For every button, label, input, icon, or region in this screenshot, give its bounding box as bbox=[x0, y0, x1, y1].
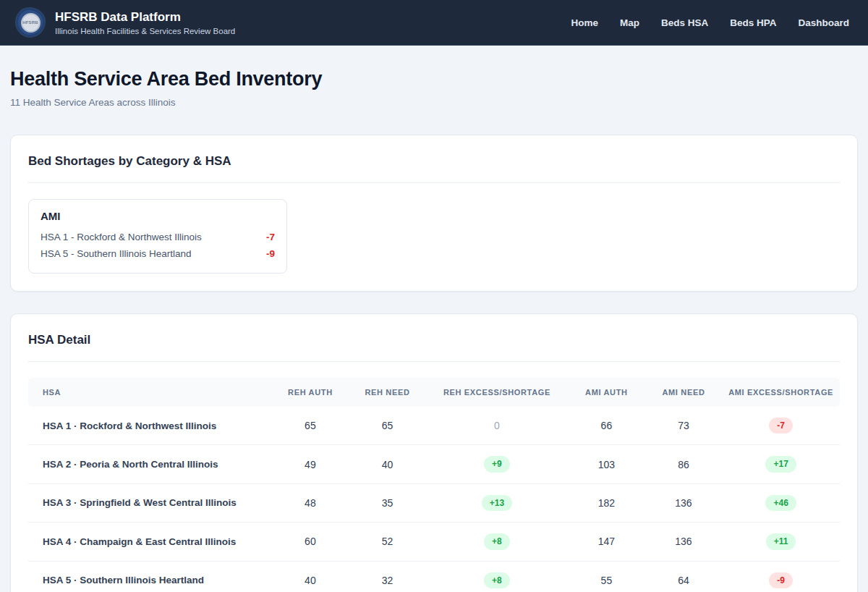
excess-badge: +46 bbox=[765, 495, 796, 511]
reh-auth-value: 60 bbox=[272, 523, 349, 561]
excess-shortage-cell: +8 bbox=[426, 523, 568, 561]
reh-auth-value: 49 bbox=[272, 445, 349, 483]
nav-link-beds-hpa[interactable]: Beds HPA bbox=[730, 17, 776, 28]
column-header: HSA bbox=[28, 378, 272, 407]
excess-badge: +9 bbox=[484, 456, 510, 472]
table-header: HSAREH AUTHREH NEEDREH EXCESS/SHORTAGEAM… bbox=[28, 378, 840, 407]
page-subtitle: 11 Health Service Areas across Illinois bbox=[10, 97, 858, 108]
nav-link-beds-hsa[interactable]: Beds HSA bbox=[661, 17, 708, 28]
shortage-item: HSA 1 - Rockford & Northwest Illinois-7 bbox=[41, 229, 275, 245]
excess-badge: +11 bbox=[766, 533, 796, 549]
neutral-value: 0 bbox=[494, 420, 500, 431]
nav-link-home[interactable]: Home bbox=[571, 17, 598, 28]
excess-shortage-cell: +13 bbox=[426, 483, 568, 522]
shortage-badge: -9 bbox=[769, 572, 793, 588]
ami-auth-value: 182 bbox=[568, 483, 645, 522]
column-header: REH NEED bbox=[349, 378, 426, 407]
ami-auth-value: 103 bbox=[568, 445, 645, 483]
hsa-name: HSA 3 · Springfield & West Central Illin… bbox=[28, 483, 272, 522]
excess-badge: +17 bbox=[765, 456, 796, 472]
table-row: HSA 4 · Champaign & East Central Illinoi… bbox=[28, 523, 840, 561]
main-nav: HomeMapBeds HSABeds HPADashboard bbox=[571, 17, 849, 28]
ami-need-value: 64 bbox=[645, 561, 723, 592]
column-header: REH AUTH bbox=[272, 378, 349, 407]
hsa-detail-card: HSA Detail HSAREH AUTHREH NEEDREH EXCESS… bbox=[10, 313, 858, 592]
app-title: HFSRB Data Platform bbox=[55, 9, 235, 25]
shortage-item-label: HSA 5 - Southern Illinois Heartland bbox=[41, 245, 192, 262]
excess-shortage-cell: +9 bbox=[426, 445, 568, 483]
column-header: AMI NEED bbox=[645, 378, 723, 407]
hsa-detail-table: HSAREH AUTHREH NEEDREH EXCESS/SHORTAGEAM… bbox=[28, 378, 840, 592]
hsa-name: HSA 5 · Southern Illinois Heartland bbox=[28, 561, 272, 592]
table-row: HSA 3 · Springfield & West Central Illin… bbox=[28, 483, 840, 522]
nav-link-dashboard[interactable]: Dashboard bbox=[798, 17, 849, 28]
hsa-detail-card-title: HSA Detail bbox=[28, 333, 840, 347]
bed-shortages-card-title: Bed Shortages by Category & HSA bbox=[28, 154, 840, 169]
divider bbox=[28, 361, 840, 362]
excess-shortage-cell: 0 bbox=[426, 407, 568, 445]
excess-badge: +13 bbox=[482, 495, 512, 511]
excess-shortage-cell: +46 bbox=[722, 483, 840, 522]
reh-auth-value: 40 bbox=[272, 561, 349, 592]
shortage-item-value: -9 bbox=[266, 245, 275, 262]
reh-auth-value: 65 bbox=[272, 407, 349, 445]
hfsrb-logo-seal: HFSRB bbox=[21, 13, 41, 33]
ami-need-value: 136 bbox=[645, 523, 723, 561]
excess-badge: +8 bbox=[484, 572, 510, 588]
page-content: Health Service Area Bed Inventory 11 Hea… bbox=[0, 68, 868, 592]
app-header: HFSRB HFSRB Data Platform Illinois Healt… bbox=[0, 0, 868, 46]
hfsrb-logo-icon: HFSRB bbox=[16, 8, 45, 37]
page-title: Health Service Area Bed Inventory bbox=[10, 68, 858, 90]
brand: HFSRB HFSRB Data Platform Illinois Healt… bbox=[16, 8, 235, 37]
reh-need-value: 65 bbox=[349, 407, 426, 445]
category-name: AMI bbox=[41, 210, 275, 222]
table-row: HSA 1 · Rockford & Northwest Illinois656… bbox=[28, 407, 840, 445]
ami-auth-value: 55 bbox=[568, 561, 645, 592]
excess-shortage-cell: -7 bbox=[722, 407, 840, 445]
bed-shortages-card: Bed Shortages by Category & HSA AMIHSA 1… bbox=[10, 135, 858, 292]
shortage-category-card-ami: AMIHSA 1 - Rockford & Northwest Illinois… bbox=[28, 199, 287, 274]
reh-need-value: 32 bbox=[349, 561, 426, 592]
excess-badge: +8 bbox=[484, 533, 510, 549]
reh-auth-value: 48 bbox=[272, 483, 349, 522]
shortage-item-label: HSA 1 - Rockford & Northwest Illinois bbox=[41, 229, 202, 245]
shortage-item: HSA 5 - Southern Illinois Heartland-9 bbox=[41, 245, 275, 262]
app-subtitle: Illinois Health Facilities & Services Re… bbox=[55, 27, 235, 35]
excess-shortage-cell: +17 bbox=[722, 445, 840, 483]
column-header: AMI EXCESS/SHORTAGE bbox=[722, 378, 840, 407]
hsa-name: HSA 1 · Rockford & Northwest Illinois bbox=[28, 407, 272, 445]
hsa-name: HSA 2 · Peoria & North Central Illinois bbox=[28, 445, 272, 483]
divider bbox=[28, 182, 840, 183]
hsa-name: HSA 4 · Champaign & East Central Illinoi… bbox=[28, 523, 272, 561]
reh-need-value: 52 bbox=[349, 523, 426, 561]
excess-shortage-cell: +8 bbox=[426, 561, 568, 592]
table-row: HSA 2 · Peoria & North Central Illinois4… bbox=[28, 445, 840, 483]
column-header: REH EXCESS/SHORTAGE bbox=[426, 378, 568, 407]
column-header: AMI AUTH bbox=[568, 378, 645, 407]
ami-auth-value: 147 bbox=[568, 523, 645, 561]
shortage-item-value: -7 bbox=[266, 229, 275, 245]
ami-need-value: 86 bbox=[645, 445, 723, 483]
excess-shortage-cell: +11 bbox=[722, 523, 840, 561]
excess-shortage-cell: -9 bbox=[722, 561, 840, 592]
nav-link-map[interactable]: Map bbox=[620, 17, 639, 28]
brand-text: HFSRB Data Platform Illinois Health Faci… bbox=[55, 9, 235, 35]
ami-need-value: 136 bbox=[645, 483, 723, 522]
ami-auth-value: 66 bbox=[568, 407, 645, 445]
shortage-badge: -7 bbox=[769, 418, 793, 434]
shortage-category-grid: AMIHSA 1 - Rockford & Northwest Illinois… bbox=[28, 199, 840, 274]
reh-need-value: 35 bbox=[349, 483, 426, 522]
reh-need-value: 40 bbox=[349, 445, 426, 483]
table-row: HSA 5 · Southern Illinois Heartland4032+… bbox=[28, 561, 840, 592]
ami-need-value: 73 bbox=[645, 407, 723, 445]
